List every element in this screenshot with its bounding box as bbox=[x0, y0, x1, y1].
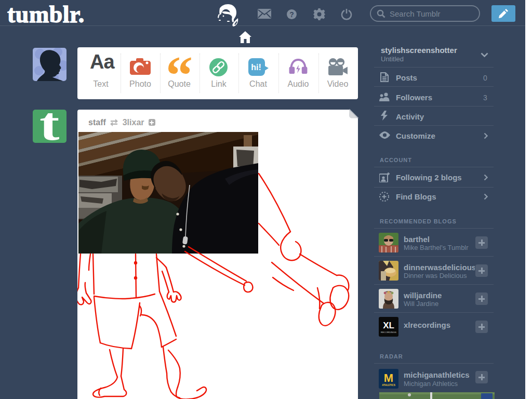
svg-text:ATHLETICS: ATHLETICS bbox=[382, 384, 395, 387]
svg-text:hi!: hi! bbox=[251, 63, 261, 72]
svg-text:RECORDINGS: RECORDINGS bbox=[381, 331, 396, 334]
svg-text:M: M bbox=[384, 371, 393, 384]
svg-text:?: ? bbox=[289, 10, 294, 19]
svg-text:XL: XL bbox=[383, 321, 394, 330]
